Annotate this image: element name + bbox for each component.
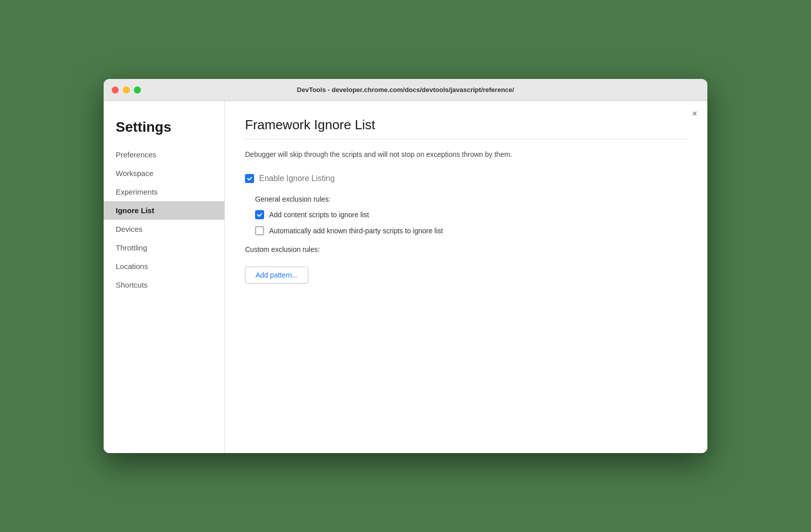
sidebar-heading: Settings bbox=[104, 111, 224, 145]
sidebar-item-devices[interactable]: Devices bbox=[104, 220, 224, 238]
sidebar-item-throttling[interactable]: Throttling bbox=[104, 238, 224, 257]
page-title: Framework Ignore List bbox=[245, 117, 687, 133]
title-bar: DevTools - developer.chrome.com/docs/dev… bbox=[104, 79, 707, 101]
content-scripts-checkbox[interactable] bbox=[255, 210, 264, 219]
close-traffic-light[interactable] bbox=[112, 86, 119, 94]
settings-container: × Settings Preferences Workspace Experim… bbox=[104, 101, 707, 453]
sidebar: Settings Preferences Workspace Experimen… bbox=[104, 101, 224, 453]
content-scripts-row: Add content scripts to ignore list bbox=[255, 210, 687, 219]
sidebar-item-locations[interactable]: Locations bbox=[104, 257, 224, 276]
enable-ignore-listing-checkbox[interactable] bbox=[245, 174, 254, 183]
checkmark-icon bbox=[257, 212, 263, 218]
sidebar-item-experiments[interactable]: Experiments bbox=[104, 183, 224, 201]
general-exclusion-label: General exclusion rules: bbox=[255, 195, 687, 203]
general-exclusion-section: General exclusion rules: Add content scr… bbox=[255, 195, 687, 235]
custom-exclusion-section: Custom exclusion rules: Add pattern... bbox=[245, 245, 687, 284]
checkmark-icon bbox=[247, 175, 253, 182]
add-pattern-button[interactable]: Add pattern... bbox=[245, 267, 308, 284]
sidebar-item-preferences[interactable]: Preferences bbox=[104, 145, 224, 164]
sidebar-item-shortcuts[interactable]: Shortcuts bbox=[104, 276, 224, 294]
sidebar-item-workspace[interactable]: Workspace bbox=[104, 164, 224, 183]
third-party-label: Automatically add known third-party scri… bbox=[269, 227, 443, 235]
content-scripts-label: Add content scripts to ignore list bbox=[269, 211, 369, 219]
browser-title: DevTools - developer.chrome.com/docs/dev… bbox=[297, 86, 514, 94]
title-divider bbox=[245, 139, 687, 139]
minimize-traffic-light[interactable] bbox=[123, 86, 130, 94]
main-content: Framework Ignore List Debugger will skip… bbox=[224, 101, 707, 453]
maximize-traffic-light[interactable] bbox=[134, 86, 141, 94]
traffic-lights bbox=[112, 86, 141, 94]
close-button[interactable]: × bbox=[692, 109, 697, 118]
enable-ignore-listing-label: Enable Ignore Listing bbox=[259, 174, 335, 183]
third-party-row: Automatically add known third-party scri… bbox=[255, 226, 687, 235]
sidebar-item-ignore-list[interactable]: Ignore List bbox=[104, 201, 224, 220]
browser-window: DevTools - developer.chrome.com/docs/dev… bbox=[104, 79, 707, 453]
custom-exclusion-label: Custom exclusion rules: bbox=[245, 245, 687, 253]
third-party-checkbox[interactable] bbox=[255, 226, 264, 235]
description-text: Debugger will skip through the scripts a… bbox=[245, 149, 627, 160]
enable-ignore-listing-row: Enable Ignore Listing bbox=[245, 174, 687, 183]
browser-content: × Settings Preferences Workspace Experim… bbox=[104, 101, 707, 453]
